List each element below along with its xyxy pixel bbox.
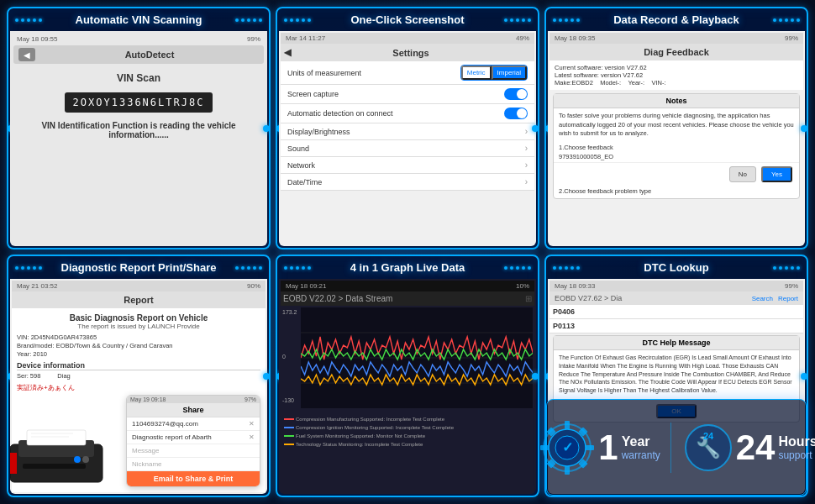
settings-row-autodetect[interactable]: Automatic detection on connect bbox=[281, 104, 534, 123]
data-record-dots-right bbox=[773, 18, 800, 22]
graph-screen-header: EOBD V22.02 > Data Stream ⊞ bbox=[281, 291, 534, 306]
settings-panel-content: Mar 14 11:27 49% ◀ Settings Units of mea… bbox=[279, 31, 536, 246]
vin-dots-right bbox=[235, 18, 262, 22]
svg-rect-17 bbox=[586, 445, 594, 450]
share-panel-title: Share bbox=[127, 403, 260, 417]
settings-statusbar: Mar 14 11:27 49% bbox=[281, 33, 534, 44]
vin-screen-header: ◀ AutoDetect bbox=[13, 45, 264, 64]
feedback-no-button[interactable]: No bbox=[729, 166, 756, 182]
diag-statusbar: May 18 09:35 99% bbox=[549, 33, 803, 44]
report-serial: Ser: 598 Diag bbox=[17, 372, 260, 380]
diag-panel-content: May 18 09:35 99% Diag Feedback Current s… bbox=[548, 31, 805, 246]
settings-row-network[interactable]: Network › bbox=[281, 157, 534, 174]
svg-point-7 bbox=[74, 456, 81, 463]
dtc-report-btn[interactable]: Report bbox=[778, 295, 798, 302]
report-issued-by: The report is issued by LAUNCH Provide bbox=[17, 323, 260, 330]
report-year-field: Year: 2010 bbox=[17, 350, 260, 358]
report-vin-field: VIN: 2D45N4DG0AR473865 bbox=[17, 333, 260, 341]
svg-rect-8 bbox=[23, 464, 86, 469]
screenshot-dots-left bbox=[284, 18, 311, 22]
dtc-dialog-title: DTC Help Message bbox=[554, 336, 799, 350]
vin-screen-title: AutoDetect bbox=[40, 50, 259, 60]
report-statusbar: May 21 03:52 90% bbox=[12, 281, 266, 291]
graph-dots-left bbox=[284, 266, 311, 270]
diag-screen-title: Diag Feedback bbox=[549, 44, 803, 60]
metric-btn[interactable]: Metric bbox=[461, 66, 492, 80]
share-email-field[interactable]: 1104693274@qq.com ✕ bbox=[127, 417, 260, 431]
graph-legend: Compression Manufacturing Supported: Inc… bbox=[281, 415, 534, 449]
vin-panel-content: May 18 09:55 99% ◀ AutoDetect VIN Scan 2… bbox=[10, 31, 267, 246]
vin-barcode-display: 2OXOY1336N6LTRJ8C bbox=[65, 92, 213, 113]
dtc-code-p0113: P0113 bbox=[553, 322, 591, 330]
data-record-panel-title: Data Record & Playback bbox=[613, 13, 739, 26]
report-dots-left bbox=[15, 266, 42, 270]
data-record-dots-left bbox=[553, 18, 580, 22]
screenshot-title-bar: One-Click Screenshot bbox=[277, 8, 538, 31]
report-screen-title: Report bbox=[12, 291, 266, 308]
screenshot-panel-title: One-Click Screenshot bbox=[350, 13, 464, 26]
dtc-row-p0406[interactable]: P0406 bbox=[549, 305, 803, 319]
settings-row-capture[interactable]: Screen capture bbox=[281, 85, 534, 104]
share-nickname-field[interactable]: Nickname bbox=[127, 458, 260, 471]
graph-chart-area: 173.2 0 -130 bbox=[281, 306, 534, 415]
notes-buttons: No Yes bbox=[554, 162, 799, 186]
settings-row-datetime[interactable]: Date/Time › bbox=[281, 174, 534, 191]
notes-dialog-text: To faster solve your problems during veh… bbox=[554, 108, 799, 142]
support-hours-number: 24 bbox=[736, 430, 776, 465]
printer-graphic bbox=[10, 423, 115, 494]
dtc-codes-list: P0406 P0113 bbox=[549, 305, 803, 333]
report-panel-title: Diagnostic Report Print/Share bbox=[61, 261, 217, 274]
warranty-year-block: 1 Year warranty bbox=[598, 430, 660, 465]
dtc-dots-right bbox=[773, 266, 800, 270]
settings-row-units[interactable]: Units of measurement Metric Imperial bbox=[281, 61, 534, 85]
graph-title-bar: 4 in 1 Graph Live Data bbox=[277, 256, 538, 279]
report-stamp: 実証済み+あぁくん bbox=[17, 383, 260, 392]
vin-scanning-panel: Automatic VIN Scanning May 18 09:55 99% … bbox=[7, 7, 271, 249]
graph-panel-content: May 18 09:21 10% EOBD V22.02 > Data Stre… bbox=[279, 279, 536, 494]
svg-text:24: 24 bbox=[703, 431, 714, 441]
svg-point-6 bbox=[82, 456, 89, 463]
svg-rect-2 bbox=[27, 430, 86, 445]
dtc-screen-header: EOBD V27.62 > Dia Search Report bbox=[549, 291, 803, 305]
vin-back-button[interactable]: ◀ bbox=[18, 48, 35, 61]
report-title-bar: Diagnostic Report Print/Share bbox=[8, 256, 269, 279]
share-message-field[interactable]: Message bbox=[127, 444, 260, 458]
report-dots-right bbox=[235, 266, 262, 270]
share-diag-field[interactable]: Diagnostic report of Abarth ✕ bbox=[127, 431, 260, 444]
feedback-yes-button[interactable]: Yes bbox=[761, 166, 792, 182]
screen-capture-toggle[interactable] bbox=[504, 88, 528, 100]
vin-panel-title: Automatic VIN Scanning bbox=[76, 13, 202, 26]
dtc-row-p0113[interactable]: P0113 bbox=[549, 319, 803, 333]
graph-svg-area bbox=[301, 307, 533, 408]
vin-reading-text: VIN Identification Function is reading t… bbox=[17, 121, 260, 139]
graph-panel: 4 in 1 Graph Live Data May 18 09:21 10% … bbox=[276, 255, 539, 497]
diag-info-block: Current software: version V27.62 Latest … bbox=[549, 60, 803, 90]
imperial-btn[interactable]: Imperial bbox=[492, 66, 527, 80]
settings-row-display[interactable]: Display/Brightness › bbox=[281, 123, 534, 140]
warranty-year-sublabel: warranty bbox=[622, 449, 660, 461]
support-hours-sublabel: support bbox=[778, 449, 815, 461]
screenshot-panel: One-Click Screenshot Mar 14 11:27 49% ◀ … bbox=[276, 7, 539, 249]
dtc-dialog-text: The Function Of Exhaust Gas Recirculatio… bbox=[554, 350, 799, 398]
auto-detect-toggle[interactable] bbox=[504, 108, 528, 119]
report-main-title: Basic Diagnosis Report on Vehicle bbox=[17, 313, 260, 323]
report-brand-field: Brand/model: EOBD/Town && Country / Gran… bbox=[17, 342, 260, 349]
report-panel: Diagnostic Report Print/Share May 21 03:… bbox=[7, 255, 271, 497]
notes-dialog: Notes To faster solve your problems duri… bbox=[553, 93, 800, 199]
warranty-gear-icon: ✓ bbox=[535, 416, 598, 479]
data-record-panel: Data Record & Playback May 18 09:35 99% … bbox=[544, 7, 808, 249]
warranty-year-number: 1 bbox=[598, 430, 618, 465]
share-panel: May 19 09:18 97% Share 1104693274@qq.com… bbox=[126, 395, 260, 487]
warranty-divider bbox=[670, 423, 671, 473]
svg-rect-5 bbox=[10, 453, 17, 474]
share-email-button[interactable]: Email to Share & Print bbox=[127, 471, 260, 486]
graph-dots-right bbox=[504, 266, 531, 270]
dtc-code-p0406: P0406 bbox=[553, 307, 591, 316]
dtc-title-bar: DTC Lookup bbox=[546, 256, 807, 279]
dtc-search-btn[interactable]: Search bbox=[752, 295, 773, 302]
support-hours-label: Hours bbox=[778, 433, 815, 449]
settings-row-sound[interactable]: Sound › bbox=[281, 140, 534, 157]
support-wrench-icon: 🔧 24 bbox=[681, 420, 736, 475]
metric-imperial-toggle[interactable]: Metric Imperial bbox=[460, 65, 528, 81]
report-device-title: Device information bbox=[17, 361, 260, 370]
